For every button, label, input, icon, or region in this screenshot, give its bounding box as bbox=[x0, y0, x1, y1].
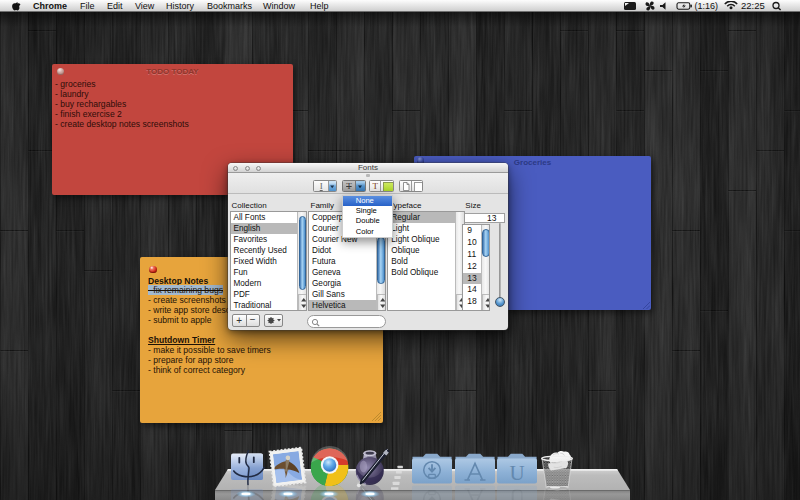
svg-text:U: U bbox=[509, 461, 524, 485]
